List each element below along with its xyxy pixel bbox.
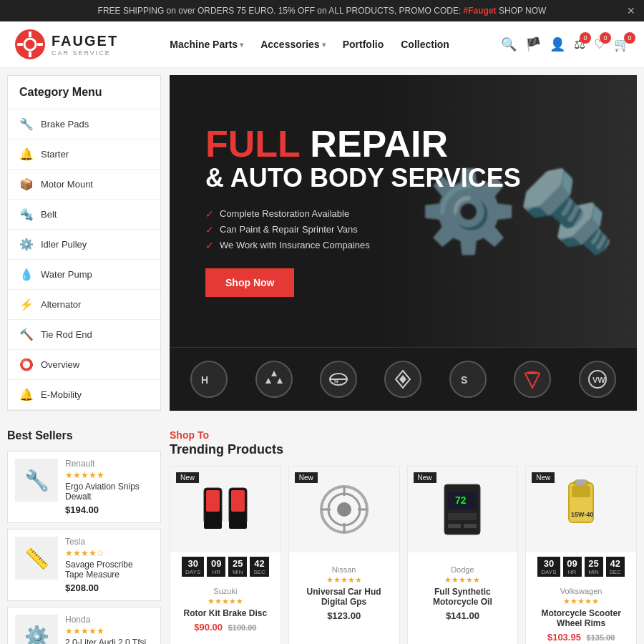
- header-icons: 🔍 🏴 👤 ⚖ 0 ♡ 0 🛒 0: [501, 36, 630, 52]
- best-seller-stars-2: ★★★★★: [65, 626, 153, 636]
- logo[interactable]: FAUGET CAR SERVICE: [14, 29, 118, 60]
- brand-renault[interactable]: [384, 361, 421, 398]
- svg-point-26: [337, 502, 351, 517]
- product-card-1[interactable]: New Nissan ★★★★★ Universal Car: [288, 466, 400, 644]
- svg-rect-22: [204, 522, 222, 529]
- product-stars-2: ★★★★★: [415, 575, 511, 585]
- new-badge-1: New: [295, 472, 318, 483]
- svg-rect-2: [29, 31, 31, 37]
- best-seller-price-0: $194.00: [65, 504, 153, 515]
- close-banner-button[interactable]: ✕: [627, 5, 635, 16]
- nav-accessories[interactable]: Accessories ▾: [260, 39, 326, 50]
- new-badge-3: New: [532, 472, 555, 483]
- product-name-3: Motorcycle Scooter Wheel Rims: [533, 608, 629, 628]
- nav-collection[interactable]: Collection: [401, 39, 449, 50]
- sidebar-item-idler-pulley[interactable]: ⚙️ Idler Pulley: [8, 230, 160, 260]
- sidebar-item-e-mobility[interactable]: 🔔 E-Mobility: [8, 380, 160, 410]
- product-card-3[interactable]: New 15W-40 30 DAYS: [525, 466, 637, 644]
- wishlist-badge: 0: [600, 32, 611, 44]
- best-seller-brand-1: Tesla: [65, 537, 153, 547]
- product-price-1: $123.00: [296, 610, 392, 621]
- brand-tesla[interactable]: [514, 361, 551, 398]
- sidebar-item-overview[interactable]: ⭕ Overview: [8, 350, 160, 380]
- best-seller-image-1: 📏: [15, 537, 58, 580]
- motor-mount-icon: 📦: [19, 177, 34, 191]
- svg-rect-36: [464, 524, 477, 528]
- best-sellers-title: Best Sellers: [7, 429, 161, 442]
- svg-rect-23: [229, 522, 247, 529]
- brand-volkswagen[interactable]: VW: [579, 361, 616, 398]
- sidebar-item-belt[interactable]: 🔩 Belt: [8, 200, 160, 230]
- search-button[interactable]: 🔍: [501, 36, 517, 52]
- flag-button[interactable]: 🏴: [525, 36, 541, 52]
- product-name-2: Full Synthetic Motorcycle Oil: [415, 587, 511, 607]
- banner-cta[interactable]: SHOP NOW: [499, 6, 546, 16]
- svg-rect-4: [17, 43, 23, 46]
- svg-text:72: 72: [455, 494, 467, 506]
- banner-code: #Fauget: [464, 6, 497, 16]
- shop-now-button[interactable]: Shop Now: [205, 268, 294, 297]
- svg-rect-5: [37, 43, 43, 46]
- product-price-3: $103.95 $135.00: [533, 632, 629, 643]
- new-badge-2: New: [414, 472, 436, 483]
- brand-nissan[interactable]: N: [320, 361, 357, 398]
- idler-pulley-icon: ⚙️: [19, 238, 34, 251]
- best-seller-image-2: ⚙️: [15, 615, 58, 644]
- belt-icon: 🔩: [19, 208, 34, 221]
- overview-icon: ⭕: [19, 358, 34, 371]
- product-brand-2: Dodge: [415, 565, 511, 574]
- svg-marker-14: [399, 375, 406, 384]
- best-seller-item-1[interactable]: 📏 Tesla ★★★★☆ Savage Proscribe Tape Meas…: [7, 529, 161, 601]
- chevron-down-icon: ▾: [322, 41, 326, 49]
- sidebar: Category Menu 🔧 Brake Pads 🔔 Starter 📦 M…: [7, 75, 161, 411]
- svg-marker-7: [271, 371, 277, 376]
- best-seller-item-0[interactable]: 🔧 Renault ★★★★★ Ergo Aviation Snips Dewa…: [7, 451, 161, 523]
- brand-honda[interactable]: H: [190, 361, 228, 398]
- brand-suzuki[interactable]: S: [449, 361, 487, 398]
- cart-badge: 0: [624, 32, 635, 44]
- best-seller-item-2[interactable]: ⚙️ Honda ★★★★★ 2.0-Liter Audi 2.0 Tfsi E…: [7, 607, 161, 644]
- svg-rect-38: [572, 486, 590, 497]
- hero-bullet-2: ✓ Can Paint & Repair Sprinter Vans: [205, 224, 601, 235]
- sidebar-item-tie-rod-end[interactable]: 🔨 Tie Rod End: [8, 320, 160, 350]
- product-brand-3: Volkswagen: [533, 587, 629, 595]
- sidebar-item-brake-pads[interactable]: 🔧 Brake Pads: [8, 109, 160, 140]
- svg-rect-21: [231, 490, 245, 512]
- category-menu-title: Category Menu: [8, 76, 160, 109]
- water-pump-icon: 💧: [19, 268, 34, 281]
- shop-to-label: Shop To: [170, 429, 637, 441]
- product-price-0: $90.00 $100.00: [177, 622, 273, 633]
- svg-rect-35: [448, 524, 461, 528]
- alternator-icon: ⚡: [19, 298, 34, 311]
- check-icon: ✓: [205, 240, 214, 251]
- sidebar-item-alternator[interactable]: ⚡ Alternator: [8, 290, 160, 320]
- hero-bullet-3: ✓ We Work with Insurance Compaines: [205, 240, 601, 251]
- user-button[interactable]: 👤: [550, 36, 565, 52]
- sidebar-item-water-pump[interactable]: 💧 Water Pump: [8, 260, 160, 290]
- logo-name: FAUGET: [52, 33, 118, 49]
- product-brand-0: Suzuki: [177, 587, 273, 595]
- sidebar-item-starter[interactable]: 🔔 Starter: [8, 140, 160, 170]
- best-seller-price-1: $208.00: [65, 582, 153, 593]
- product-card-0[interactable]: New 30 DAYS: [170, 466, 281, 644]
- wishlist-button[interactable]: ♡ 0: [594, 36, 605, 52]
- starter-icon: 🔔: [19, 147, 34, 161]
- svg-text:H: H: [201, 374, 208, 386]
- check-icon: ✓: [205, 224, 214, 235]
- scale-button[interactable]: ⚖ 0: [574, 36, 585, 52]
- header: FAUGET CAR SERVICE Machine Parts ▾ Acces…: [0, 21, 644, 68]
- nav-portfolio[interactable]: Portfolio: [343, 39, 384, 50]
- sidebar-item-motor-mount[interactable]: 📦 Motor Mount: [8, 170, 160, 200]
- check-icon: ✓: [205, 208, 214, 220]
- product-name-0: Rotor Kit Brake Disc: [177, 608, 273, 618]
- product-card-2[interactable]: New 72 Dodge ★★★★★ Full Synthetic Motorc…: [407, 466, 519, 644]
- hero-bullets: ✓ Complete Restoration Available ✓ Can P…: [205, 208, 601, 251]
- cart-button[interactable]: 🛒 0: [614, 36, 630, 52]
- brand-mitsubishi[interactable]: [255, 361, 293, 398]
- best-seller-name-1: Savage Proscribe Tape Measure: [65, 560, 153, 580]
- main-content: Category Menu 🔧 Brake Pads 🔔 Starter 📦 M…: [0, 68, 644, 418]
- svg-text:15W-40: 15W-40: [571, 511, 593, 518]
- product-stars-3: ★★★★★: [533, 597, 629, 606]
- product-stars-1: ★★★★★: [296, 575, 392, 585]
- nav-machine-parts[interactable]: Machine Parts ▾: [170, 39, 243, 50]
